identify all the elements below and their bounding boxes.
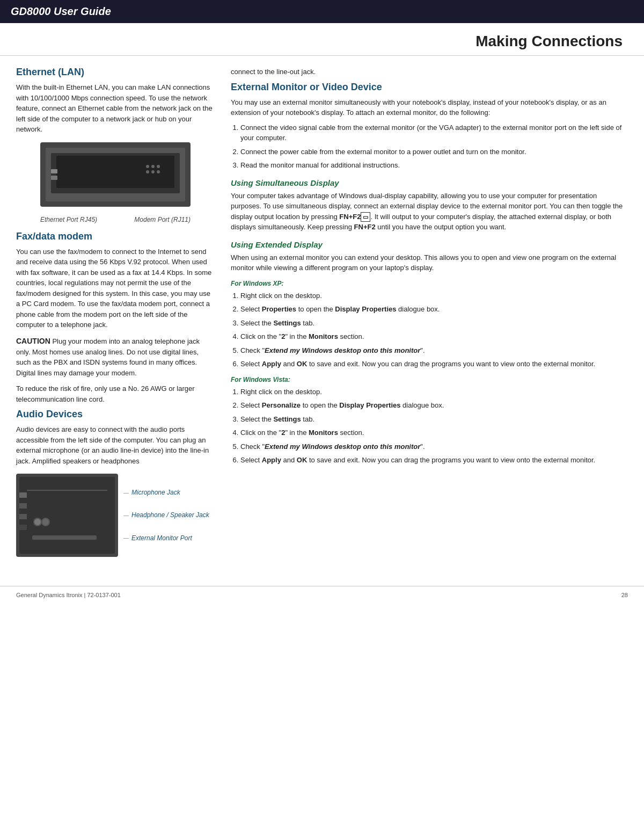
ethernet-heading: Ethernet (LAN) bbox=[16, 67, 215, 78]
svg-rect-5 bbox=[51, 176, 57, 180]
ethernet-image-block: Ethernet Port RJ45) Modem Port (RJ11) bbox=[16, 142, 215, 223]
svg-rect-17 bbox=[19, 525, 27, 530]
audio-heading: Audio Devices bbox=[16, 409, 215, 420]
ethernet-image bbox=[40, 142, 191, 212]
xp-step: Right click on the desktop. bbox=[240, 291, 628, 301]
left-column: Ethernet (LAN) With the built-in Etherne… bbox=[16, 67, 215, 564]
simultaneous-display-section: Using Simultaneous Display Your computer… bbox=[231, 178, 628, 233]
svg-rect-14 bbox=[19, 492, 27, 498]
svg-point-8 bbox=[157, 165, 160, 168]
vista-step: Select Personalize to open the Display P… bbox=[240, 400, 628, 411]
windows-xp-section: For Windows XP: Right click on the deskt… bbox=[231, 280, 628, 369]
external-monitor-steps: Connect the video signal cable from the … bbox=[240, 122, 628, 171]
vista-step: Select the Settings tab. bbox=[240, 414, 628, 425]
for-vista-label: For Windows Vista: bbox=[231, 376, 628, 383]
vista-step: Check "Extend my Windows desktop onto th… bbox=[240, 441, 628, 452]
caution-label: CAUTION bbox=[16, 337, 50, 345]
fire-warning: To reduce the risk of fire, only use a N… bbox=[16, 383, 215, 404]
vista-steps-list: Right click on the desktop. Select Perso… bbox=[240, 387, 628, 466]
right-column: connect to the line-out jack. External M… bbox=[231, 67, 628, 564]
xp-step: Check "Extend my Windows desktop onto th… bbox=[240, 345, 628, 356]
simultaneous-body: Your computer takes advantage of Windows… bbox=[231, 191, 628, 233]
ethernet-port-labels: Ethernet Port RJ45) Modem Port (RJ11) bbox=[40, 214, 191, 223]
audio-section: Audio Devices Audio devices are easy to … bbox=[16, 409, 215, 557]
step-item: Connect the video signal cable from the … bbox=[240, 122, 628, 143]
monitor-port-label: External Monitor Port bbox=[123, 534, 209, 542]
document-title: GD8000 User Guide bbox=[11, 5, 111, 18]
svg-point-9 bbox=[146, 170, 149, 173]
step-item: Connect the power cable from the externa… bbox=[240, 147, 628, 157]
ethernet-port-label1: Ethernet Port RJ45) bbox=[40, 216, 97, 223]
headphone-jack-label: Headphone / Speaker Jack bbox=[123, 511, 209, 519]
extended-subheading: Using Extended Display bbox=[231, 240, 628, 249]
page-header: GD8000 User Guide bbox=[0, 0, 644, 23]
step-item: Read the monitor manual for additional i… bbox=[240, 160, 628, 171]
extended-display-section: Using Extended Display When using an ext… bbox=[231, 240, 628, 273]
for-xp-label: For Windows XP: bbox=[231, 280, 628, 287]
svg-rect-20 bbox=[32, 535, 97, 540]
mic-jack-label: Microphone Jack bbox=[123, 489, 209, 496]
fax-body: You can use the fax/modem to connect to … bbox=[16, 246, 215, 330]
xp-step: Select the Settings tab. bbox=[240, 318, 628, 329]
page-number: 28 bbox=[621, 592, 628, 598]
page-footer: General Dynamics Itronix | 72-0137-001 2… bbox=[0, 586, 644, 604]
ethernet-section: Ethernet (LAN) With the built-in Etherne… bbox=[16, 67, 215, 223]
audio-image-block: Microphone Jack Headphone / Speaker Jack… bbox=[16, 474, 215, 557]
svg-rect-21 bbox=[27, 490, 107, 491]
page-title: Making Connections bbox=[475, 33, 623, 49]
fax-section: Fax/data modem You can use the fax/modem… bbox=[16, 231, 215, 405]
svg-point-7 bbox=[151, 165, 155, 168]
xp-step: Select Apply and OK to save and exit. No… bbox=[240, 359, 628, 369]
windows-vista-section: For Windows Vista: Right click on the de… bbox=[231, 376, 628, 466]
svg-point-6 bbox=[146, 165, 149, 168]
external-monitor-body: You may use an external monitor simultan… bbox=[231, 97, 628, 118]
extended-body: When using an external monitor you can e… bbox=[231, 252, 628, 273]
svg-point-18 bbox=[34, 518, 41, 526]
modem-port-label: Modem Port (RJ11) bbox=[134, 216, 191, 223]
svg-rect-15 bbox=[19, 503, 27, 509]
xp-step: Select Properties to open the Display Pr… bbox=[240, 304, 628, 315]
audio-port-labels: Microphone Jack Headphone / Speaker Jack… bbox=[123, 474, 209, 557]
svg-rect-16 bbox=[19, 514, 27, 519]
audio-body: Audio devices are easy to connect with t… bbox=[16, 424, 215, 466]
external-monitor-heading: External Monitor or Video Device bbox=[231, 82, 628, 93]
svg-point-10 bbox=[151, 170, 155, 173]
page-title-bar: Making Connections bbox=[0, 23, 644, 56]
svg-point-11 bbox=[157, 170, 160, 173]
xp-step: Click on the "2" in the Monitors section… bbox=[240, 331, 628, 342]
ethernet-body: With the built-in Ethernet LAN, you can … bbox=[16, 82, 215, 135]
fax-heading: Fax/data modem bbox=[16, 231, 215, 242]
svg-rect-13 bbox=[19, 477, 115, 554]
main-content: Ethernet (LAN) With the built-in Etherne… bbox=[0, 56, 644, 575]
svg-rect-4 bbox=[51, 169, 57, 173]
svg-point-19 bbox=[42, 518, 49, 526]
xp-steps-list: Right click on the desktop. Select Prope… bbox=[240, 291, 628, 369]
caution-text: CAUTION Plug your modem into an analog t… bbox=[16, 336, 215, 379]
line-out-text: connect to the line-out jack. bbox=[231, 67, 628, 77]
external-monitor-section: External Monitor or Video Device You may… bbox=[231, 82, 628, 466]
vista-step: Right click on the desktop. bbox=[240, 387, 628, 397]
vista-step: Select Apply and OK to save and exit. No… bbox=[240, 455, 628, 466]
vista-step: Click on the "2" in the Monitors section… bbox=[240, 427, 628, 438]
audio-image bbox=[16, 474, 118, 557]
simultaneous-subheading: Using Simultaneous Display bbox=[231, 178, 628, 187]
company-info: General Dynamics Itronix | 72-0137-001 bbox=[16, 592, 121, 598]
